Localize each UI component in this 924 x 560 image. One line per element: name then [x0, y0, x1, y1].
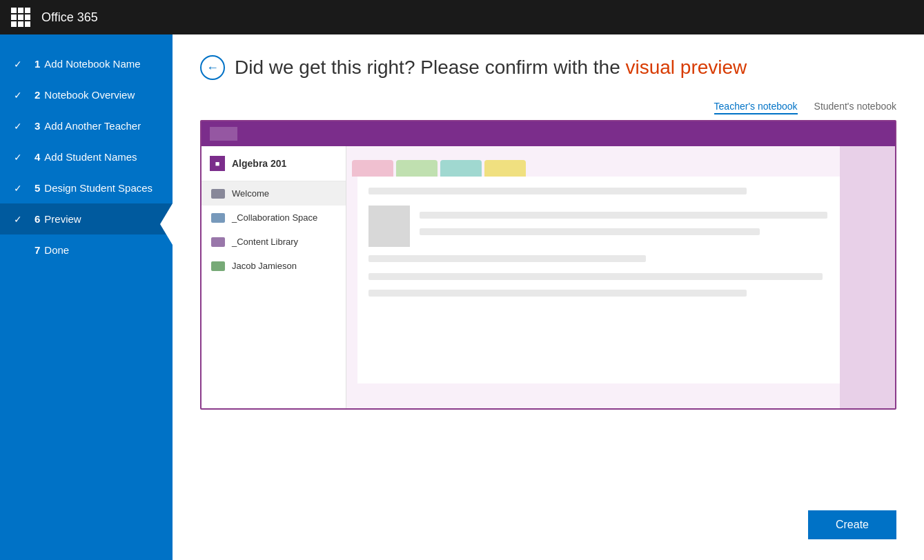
step-num-add-notebook-name: 1 — [35, 58, 40, 70]
tab-yellow — [484, 160, 526, 177]
nav-icon-collaboration-space — [211, 213, 225, 223]
back-arrow-icon: ← — [206, 61, 219, 75]
check-icon-add-student-names: ✓ — [14, 152, 28, 163]
step-num-add-student-names: 4 — [35, 151, 40, 163]
notebook-tabs: Teacher's notebookStudent's notebook — [200, 101, 896, 114]
tab-green — [396, 160, 438, 177]
page-line-1 — [368, 188, 747, 194]
page-title: Did we get this right? Please confirm wi… — [235, 57, 747, 79]
preview-nav: ■ Algebra 201 Welcome_Collaboration Spac… — [201, 146, 346, 408]
page-line-4 — [368, 255, 646, 262]
nav-icon-content-library — [211, 237, 225, 247]
grid-icon[interactable] — [11, 8, 30, 27]
step-num-preview: 6 — [35, 213, 40, 225]
step-num-add-another-teacher: 3 — [35, 120, 40, 132]
nav-label-jacob-jamieson: Jacob Jamieson — [232, 261, 297, 271]
sidebar-item-add-student-names[interactable]: ✓ 4 Add Student Names — [0, 141, 173, 172]
notebook-tab-students-notebook[interactable]: Student's notebook — [814, 101, 896, 114]
page-with-image — [368, 206, 873, 247]
nav-icon-welcome — [211, 189, 225, 199]
preview-page — [357, 177, 884, 383]
page-line-5 — [368, 273, 823, 280]
preview-header — [201, 121, 895, 146]
step-label-preview: Preview — [44, 213, 81, 225]
sidebar-item-add-another-teacher[interactable]: ✓ 3 Add Another Teacher — [0, 110, 173, 141]
preview-nav-item-welcome[interactable]: Welcome — [201, 181, 346, 206]
check-icon-add-another-teacher: ✓ — [14, 121, 28, 132]
page-line-2 — [420, 212, 827, 219]
sidebar-item-preview[interactable]: ✓ 6 Preview — [0, 203, 173, 234]
step-num-done: 7 — [35, 244, 40, 256]
back-button[interactable]: ← — [200, 55, 225, 80]
sidebar-item-done[interactable]: 7 Done — [0, 234, 173, 266]
preview-nav-item-collaboration-space[interactable]: _Collaboration Space — [201, 206, 346, 230]
notebook-tab-teachers-notebook[interactable]: Teacher's notebook — [714, 101, 798, 114]
app-title: Office 365 — [41, 10, 98, 25]
step-label-add-student-names: Add Student Names — [44, 151, 137, 163]
step-label-add-notebook-name: Add Notebook Name — [44, 58, 140, 70]
step-label-done: Done — [44, 244, 69, 256]
sidebar-item-add-notebook-name[interactable]: ✓ 1 Add Notebook Name — [0, 48, 173, 79]
page-image — [368, 206, 410, 247]
page-line-3 — [420, 228, 760, 235]
step-num-notebook-overview: 2 — [35, 89, 40, 101]
topbar: Office 365 — [0, 0, 924, 34]
sidebar: ✓ 1 Add Notebook Name ✓ 2 Notebook Overv… — [0, 34, 173, 560]
sidebar-item-design-student-spaces[interactable]: ✓ 5 Design Student Spaces — [0, 172, 173, 203]
page-line-6 — [368, 290, 747, 297]
sidebar-item-notebook-overview[interactable]: ✓ 2 Notebook Overview — [0, 79, 173, 110]
nav-icon-jacob-jamieson — [211, 261, 225, 271]
nav-label-welcome: Welcome — [232, 188, 269, 199]
step-label-design-student-spaces: Design Student Spaces — [44, 182, 153, 194]
check-icon-notebook-overview: ✓ — [14, 90, 28, 101]
main-content: ← Did we get this right? Please confirm … — [173, 34, 924, 560]
layout: ✓ 1 Add Notebook Name ✓ 2 Notebook Overv… — [0, 34, 924, 560]
tab-teal — [440, 160, 482, 177]
preview-tabs — [352, 152, 889, 177]
step-label-notebook-overview: Notebook Overview — [44, 89, 135, 101]
nav-label-collaboration-space: _Collaboration Space — [232, 212, 317, 223]
check-icon-design-student-spaces: ✓ — [14, 183, 28, 194]
preview-nav-header: ■ Algebra 201 — [201, 146, 346, 181]
nav-label-content-library: _Content Library — [232, 237, 298, 247]
preview-nav-item-jacob-jamieson[interactable]: Jacob Jamieson — [201, 254, 346, 278]
page-text-lines — [420, 206, 873, 247]
page-header: ← Did we get this right? Please confirm … — [200, 55, 896, 80]
header-accent — [210, 127, 237, 141]
notebook-name: Algebra 201 — [232, 158, 286, 169]
step-label-add-another-teacher: Add Another Teacher — [44, 120, 141, 132]
check-icon-add-notebook-name: ✓ — [14, 59, 28, 70]
step-num-design-student-spaces: 5 — [35, 182, 40, 194]
preview-nav-item-content-library[interactable]: _Content Library — [201, 230, 346, 254]
notebook-icon: ■ — [210, 156, 225, 171]
preview-page-area — [346, 146, 895, 408]
preview-right — [346, 146, 895, 408]
tab-pink — [352, 160, 393, 177]
preview-box: ■ Algebra 201 Welcome_Collaboration Spac… — [200, 120, 896, 410]
preview-content: ■ Algebra 201 Welcome_Collaboration Spac… — [201, 146, 895, 408]
preview-right-sidebar — [840, 146, 895, 408]
create-button[interactable]: Create — [808, 510, 896, 539]
check-icon-preview: ✓ — [14, 214, 28, 225]
